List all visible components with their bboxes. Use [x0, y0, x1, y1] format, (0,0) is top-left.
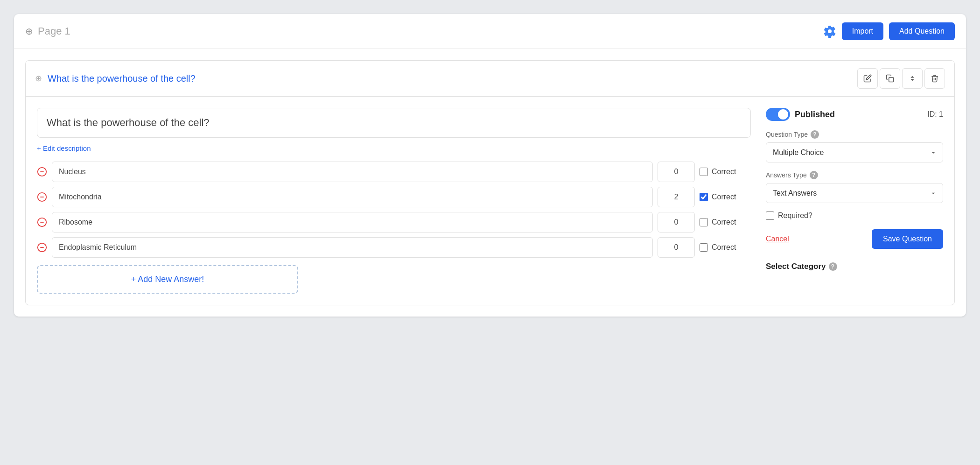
answer-3-text-input[interactable]: [52, 212, 653, 232]
page-title: Page 1: [38, 25, 70, 37]
published-left: Published: [766, 108, 835, 121]
answer-3-correct-checkbox[interactable]: [700, 218, 708, 226]
answers-list: Correct: [37, 162, 751, 258]
answer-1-score-input[interactable]: [658, 162, 695, 182]
delete-question-button[interactable]: [924, 68, 945, 89]
cancel-button[interactable]: Cancel: [766, 235, 789, 243]
remove-answer-2-button[interactable]: [37, 192, 47, 202]
question-text-input[interactable]: [37, 108, 751, 138]
answer-1-text-input[interactable]: [52, 162, 653, 182]
remove-answer-1-button[interactable]: [37, 167, 47, 177]
question-left-column: + Edit description: [37, 108, 751, 294]
answers-type-help-icon: ?: [810, 171, 818, 179]
page-header: ⊕ Page 1 Import Add Question: [14, 14, 966, 49]
import-button[interactable]: Import: [842, 22, 883, 40]
id-label: ID: 1: [927, 110, 943, 119]
copy-question-button[interactable]: [880, 68, 900, 89]
required-checkbox[interactable]: [766, 211, 774, 220]
select-category-label: Select Category ?: [766, 262, 943, 271]
answers-type-select[interactable]: Text Answers Image Answers: [766, 183, 943, 203]
question-card-header-right: [857, 68, 945, 89]
page-header-right: Import Add Question: [823, 22, 955, 40]
correct-label-2-text: Correct: [712, 193, 736, 201]
question-type-select[interactable]: Multiple Choice True/False Short Answer …: [766, 142, 943, 162]
question-type-label: Question Type ?: [766, 130, 943, 139]
answer-row: Correct: [37, 162, 751, 182]
add-answer-button[interactable]: + Add New Answer!: [37, 265, 298, 294]
correct-label-4-text: Correct: [712, 243, 736, 252]
answer-2-correct-label: Correct: [700, 193, 751, 201]
answer-2-correct-checkbox[interactable]: [700, 193, 708, 201]
add-question-button[interactable]: Add Question: [889, 22, 955, 40]
save-question-button[interactable]: Save Question: [872, 229, 943, 249]
answer-3-score-input[interactable]: [658, 212, 695, 232]
outer-card: ⊕ Page 1 Import Add Question ⊕ What is t…: [14, 14, 966, 317]
edit-description-link[interactable]: + Edit description: [37, 144, 91, 152]
published-toggle[interactable]: [766, 108, 790, 121]
select-category-help-icon: ?: [829, 262, 837, 271]
answers-type-label: Answers Type ?: [766, 171, 943, 179]
published-label: Published: [795, 110, 835, 120]
question-right-column: Published ID: 1 Question Type ? Multiple…: [766, 108, 943, 294]
question-card-body: + Edit description: [26, 97, 954, 305]
answer-4-correct-label: Correct: [700, 243, 751, 252]
edit-question-button[interactable]: [857, 68, 878, 89]
page-header-left: ⊕ Page 1: [25, 25, 70, 37]
correct-label-1-text: Correct: [712, 168, 736, 176]
question-card-header-left: ⊕ What is the powerhouse of the cell?: [35, 73, 196, 84]
required-label-text: Required?: [778, 211, 812, 220]
answer-2-score-input[interactable]: [658, 187, 695, 207]
page-move-icon: ⊕: [25, 26, 33, 37]
answer-1-correct-checkbox[interactable]: [700, 168, 708, 176]
remove-answer-3-button[interactable]: [37, 217, 47, 227]
published-row: Published ID: 1: [766, 108, 943, 121]
remove-answer-4-button[interactable]: [37, 242, 47, 253]
svg-rect-0: [889, 78, 894, 82]
answer-4-correct-checkbox[interactable]: [700, 243, 708, 252]
question-type-help-icon: ?: [811, 130, 819, 139]
correct-label-3-text: Correct: [712, 218, 736, 226]
answer-4-text-input[interactable]: [52, 237, 653, 258]
toggle-slider: [766, 108, 790, 121]
question-section: ⊕ What is the powerhouse of the cell?: [14, 49, 966, 317]
gear-button[interactable]: [823, 25, 836, 38]
answer-3-correct-label: Correct: [700, 218, 751, 226]
reorder-question-button[interactable]: [902, 68, 923, 89]
answer-row: Correct: [37, 187, 751, 207]
answer-row: Correct: [37, 237, 751, 258]
action-row: Cancel Save Question: [766, 229, 943, 249]
question-move-icon: ⊕: [35, 73, 42, 84]
question-card-header: ⊕ What is the powerhouse of the cell?: [26, 61, 954, 97]
answer-1-correct-label: Correct: [700, 168, 751, 176]
required-row: Required?: [766, 211, 943, 220]
answer-2-text-input[interactable]: [52, 187, 653, 207]
question-card: ⊕ What is the powerhouse of the cell?: [25, 60, 955, 305]
answer-4-score-input[interactable]: [658, 237, 695, 258]
question-title: What is the powerhouse of the cell?: [48, 73, 196, 84]
answer-row: Correct: [37, 212, 751, 232]
